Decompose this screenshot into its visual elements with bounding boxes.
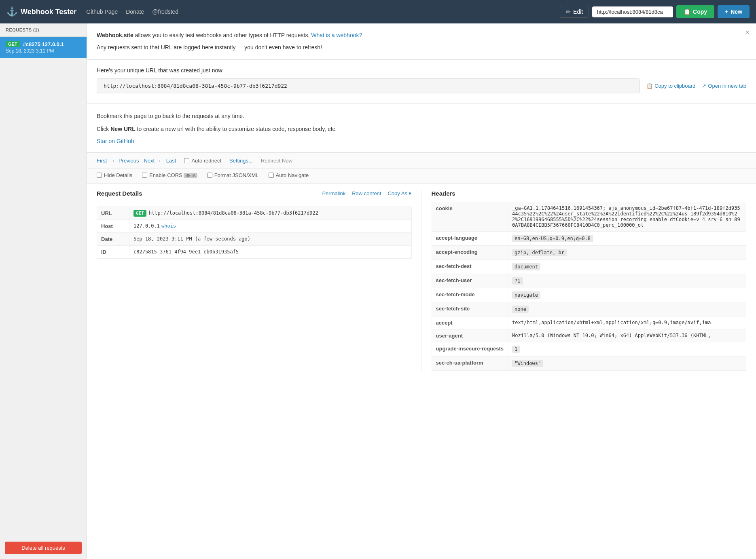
header-value-badge: gzip, deflate, br — [512, 249, 567, 256]
detail-table: URLGEThttp://localhost:8084/81d8ca08-381… — [97, 207, 412, 259]
hide-details-label[interactable]: Hide Details — [97, 172, 132, 178]
sidebar-bottom: Delete all requests — [0, 537, 87, 559]
copy-label: Copy — [693, 8, 707, 15]
header-value-badge: ?1 — [512, 277, 523, 285]
redirect-now-button[interactable]: Redirect Now — [261, 158, 292, 164]
new-button[interactable]: + New — [718, 5, 750, 18]
nav-github[interactable]: Github Page — [86, 8, 118, 15]
header-value: navigate — [508, 288, 746, 302]
edit-button[interactable]: ✏ Edit — [560, 6, 589, 18]
delete-all-button[interactable]: Delete all requests — [5, 542, 82, 554]
main-layout: REQUESTS (1) GET #c8275 127.0.0.1 Sep 18… — [0, 23, 756, 559]
auto-redirect-label[interactable]: Auto redirect — [184, 158, 221, 164]
copy-button[interactable]: 📋 Copy — [676, 5, 714, 18]
permalink-link[interactable]: Permalink — [322, 190, 345, 196]
url-section: Here's your unique URL that was created … — [87, 60, 756, 103]
header-key: sec-fetch-dest — [432, 259, 508, 274]
request-details-section: Request Details Permalink Raw content Co… — [87, 184, 756, 377]
new-url-bold: New URL — [110, 126, 135, 132]
headers-title: Headers — [432, 190, 455, 197]
format-json-label[interactable]: Format JSON/XML — [207, 172, 259, 178]
url-display-nav: http://localhost:8084/81d8ca — [592, 6, 673, 17]
site-name: Webhook.site — [97, 32, 133, 38]
format-json-checkbox[interactable] — [207, 173, 212, 178]
navbar: ⚓ Webhook Tester Github Page Donate @fre… — [0, 0, 756, 23]
detail-value: Sep 18, 2023 3:11 PM (a few seconds ago) — [129, 232, 412, 245]
hide-details-checkbox[interactable] — [97, 173, 102, 178]
open-new-tab-link[interactable]: ↗ Open in new tab — [702, 83, 746, 89]
open-new-tab-label: Open in new tab — [708, 83, 746, 89]
beta-badge: BETA — [184, 173, 197, 178]
header-key: accept — [432, 316, 508, 329]
detail-value: 127.0.0.1whois — [129, 219, 412, 232]
navbar-right: ✏ Edit http://localhost:8084/81d8ca 📋 Co… — [560, 5, 750, 18]
auto-navigate-label[interactable]: Auto Navigate — [269, 172, 309, 178]
clipboard-icon: 📋 — [646, 83, 653, 89]
request-item[interactable]: GET #c8275 127.0.0.1 Sep 18, 2023 3:11 P… — [0, 37, 87, 58]
plus-icon: + — [725, 8, 728, 15]
header-value: en-GB,en-US;q=0.9,en;q=0.8 — [508, 231, 746, 245]
format-json-text: Format JSON/XML — [214, 172, 259, 178]
copy-as-button[interactable]: Copy As ▾ — [388, 190, 411, 196]
info-line2: Any requests sent to that URL are logged… — [97, 43, 746, 52]
what-is-webhook-link[interactable]: What is a webhook? — [311, 32, 362, 38]
first-button[interactable]: First — [97, 158, 107, 164]
edit-icon: ✏ — [566, 8, 571, 15]
bookmark-text: Bookmark this page to go back to the req… — [97, 112, 746, 120]
header-value-badge: navigate — [512, 291, 540, 299]
new-url-text: Click New URL to create a new url with t… — [97, 124, 746, 133]
whois-link[interactable]: whois — [161, 223, 176, 229]
info-banner: × Webhook.site allows you to easily test… — [87, 23, 756, 60]
header-key: accept-language — [432, 231, 508, 245]
header-key: cookie — [432, 202, 508, 231]
github-star-link[interactable]: Star on GitHub — [97, 138, 134, 144]
header-value: ?1 — [508, 274, 746, 288]
url-box: http://localhost:8084/81d8ca08-381a-458c… — [97, 78, 746, 93]
brand: ⚓ Webhook Tester — [6, 6, 76, 17]
header-key: upgrade-insecure-requests — [432, 342, 508, 356]
url-intro: Here's your unique URL that was created … — [97, 67, 746, 74]
detail-key: Host — [97, 219, 129, 232]
last-button[interactable]: Last — [166, 158, 176, 164]
header-value-badge: en-GB,en-US;q=0.9,en;q=0.8 — [512, 235, 593, 242]
method-badge-inline: GET — [133, 210, 146, 217]
auto-redirect-text: Auto redirect — [191, 158, 221, 164]
raw-content-link[interactable]: Raw content — [352, 190, 381, 196]
header-key: sec-fetch-mode — [432, 288, 508, 302]
header-value: 1 — [508, 342, 746, 356]
sidebar-header: REQUESTS (1) — [0, 23, 87, 37]
external-link-icon: ↗ — [702, 83, 706, 89]
previous-button[interactable]: ← Previous — [112, 158, 139, 164]
sidebar: REQUESTS (1) GET #c8275 127.0.0.1 Sep 18… — [0, 23, 87, 559]
details-toolbar: Permalink Raw content Copy As ▾ — [322, 190, 411, 196]
header-value: _ga=GA1.1.1784641516.1691454367; ajs_ano… — [508, 202, 746, 231]
copy-icon: 📋 — [684, 8, 690, 15]
next-button[interactable]: Next → — [144, 158, 161, 164]
auto-navigate-text: Auto Navigate — [276, 172, 309, 178]
headers-table: cookie_ga=GA1.1.1784641516.1691454367; a… — [432, 202, 747, 371]
main-content: × Webhook.site allows you to easily test… — [87, 23, 756, 559]
header-value: text/html,application/xhtml+xml,applicat… — [508, 316, 746, 329]
auto-navigate-checkbox[interactable] — [269, 173, 274, 178]
nav-controls: First ← Previous Next → Last — [97, 158, 176, 164]
enable-cors-label[interactable]: Enable CORS BETA — [142, 172, 197, 178]
request-id: #c8275 127.0.0.1 — [23, 41, 64, 47]
settings-link[interactable]: Settings... — [229, 158, 253, 164]
nav-donate[interactable]: Donate — [126, 8, 144, 15]
header-value-badge: document — [512, 263, 540, 270]
nav-twitter[interactable]: @fredsted — [152, 8, 178, 15]
request-item-top: GET #c8275 127.0.0.1 — [6, 41, 81, 47]
header-value-badge: "Windows" — [512, 360, 543, 367]
header-value-badge: 1 — [512, 346, 520, 353]
close-banner-button[interactable]: × — [745, 28, 750, 37]
info-section: Bookmark this page to go back to the req… — [87, 103, 756, 153]
detail-value: c8275815-3761-4f94-9ee1-eb0b31935af5 — [129, 245, 412, 258]
controls-bar: First ← Previous Next → Last Auto redire… — [87, 153, 756, 169]
enable-cors-checkbox[interactable] — [142, 173, 147, 178]
new-label: New — [731, 8, 742, 15]
copy-clipboard-label: Copy to clipboard — [654, 83, 695, 89]
header-value: Mozilla/5.0 (Windows NT 10.0; Win64; x64… — [508, 329, 746, 342]
copy-to-clipboard-link[interactable]: 📋 Copy to clipboard — [646, 83, 695, 89]
request-meta: Sep 18, 2023 3:11 PM — [6, 48, 81, 54]
auto-redirect-checkbox[interactable] — [184, 158, 189, 163]
